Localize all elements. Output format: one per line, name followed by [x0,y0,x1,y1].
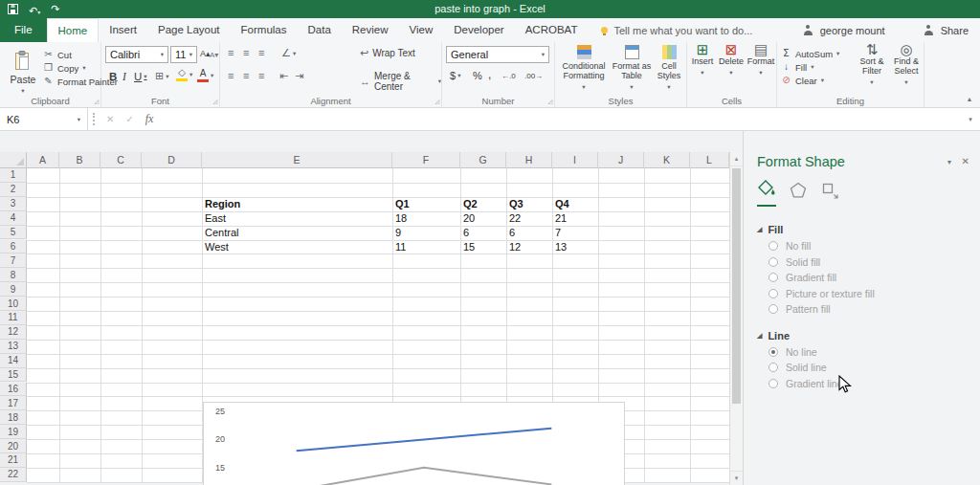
format-cells-button[interactable]: ▤ Format ▾ [746,45,775,77]
number-format-combo[interactable]: General▾ [446,46,549,63]
cell-G3[interactable]: Q2 [463,197,505,211]
cell-E5[interactable]: Central [205,226,391,240]
orientation-button[interactable]: ∠▾ [281,48,296,58]
paste-button[interactable]: Paste ▾ [3,45,43,99]
borders-button[interactable]: ⊞▾ [155,71,168,81]
radio-no-line[interactable] [768,347,778,357]
italic-button[interactable]: I [122,71,126,82]
row-header-20[interactable]: 20 [0,439,27,453]
tab-page-layout[interactable]: Page Layout [147,18,231,42]
row-header-19[interactable]: 19 [0,425,27,439]
row-header-17[interactable]: 17 [0,396,27,410]
cell-I3[interactable]: Q4 [555,197,597,211]
cell-I6[interactable]: 13 [555,240,597,254]
decrease-indent-button[interactable]: ⇤ [279,71,288,81]
cell-F3[interactable]: Q1 [395,197,459,211]
cell-E3[interactable]: Region [205,197,391,211]
cell-G4[interactable]: 20 [463,211,505,226]
row-header-6[interactable]: 6 [0,240,27,254]
delete-cells-button[interactable]: ⊠ Delete ▾ [718,45,745,77]
cell-F5[interactable]: 9 [395,226,459,240]
row-header-4[interactable]: 4 [0,211,27,226]
column-header-I[interactable]: I [552,152,598,168]
align-middle-button[interactable]: ≡ [243,48,249,58]
close-icon[interactable]: ✕ [962,156,969,166]
select-all-corner[interactable] [0,152,27,168]
enter-icon[interactable]: ✓ [125,114,133,124]
option-solid-fill[interactable]: Solid fill [757,254,970,271]
row-header-21[interactable]: 21 [0,453,27,468]
cell-G6[interactable]: 15 [463,240,505,254]
merge-center-button[interactable]: ↔Merge & Center▾ [360,71,441,92]
percent-style-button[interactable]: % [473,70,482,81]
cell-H5[interactable]: 6 [509,226,551,240]
chart-series-east[interactable] [297,429,552,452]
cell-H3[interactable]: Q3 [509,197,551,211]
column-header-K[interactable]: K [644,152,690,168]
increase-indent-button[interactable]: ⇥ [295,71,303,81]
sort-filter-button[interactable]: ⇅ Sort & Filter ▾ [854,45,890,87]
option-solid-line[interactable]: Solid line [757,360,970,376]
share-button[interactable]: Share [941,25,969,36]
tab-insert[interactable]: Insert [99,18,147,42]
cell-I4[interactable]: 21 [555,211,597,226]
cell-G5[interactable]: 6 [463,226,505,240]
option-gradient-fill[interactable]: Gradient fill [757,270,970,286]
align-center-button[interactable]: ≡ [243,71,249,81]
underline-button[interactable]: U▾ [134,71,147,82]
shrink-font-button[interactable]: A▾ [210,51,218,59]
row-header-14[interactable]: 14 [0,354,27,368]
radio-gradient-line[interactable] [768,379,778,388]
size-properties-tab[interactable] [820,181,839,207]
scroll-down-arrow[interactable]: ▾ [730,471,743,485]
cell-I5[interactable]: 7 [555,226,597,240]
row-header-16[interactable]: 16 [0,383,27,397]
increase-decimal-button[interactable]: ←.0 [501,72,516,80]
column-header-L[interactable]: L [690,152,729,168]
fill-line-tab[interactable] [757,179,776,207]
option-pattern-fill[interactable]: Pattern fill [757,301,970,318]
name-box-splitter[interactable] [90,113,95,125]
cell-H6[interactable]: 12 [509,240,551,254]
chart-series-west[interactable] [297,468,552,485]
grow-font-button[interactable]: A▴ [200,49,211,58]
format-as-table-button[interactable]: Format as Table ▾ [611,45,653,92]
option-gradient-line[interactable]: Gradient line [757,376,970,392]
section-header-fill[interactable]: ◢Fill [757,221,970,238]
cell-E4[interactable]: East [205,211,391,226]
vertical-scrollbar[interactable]: ▴ ▾ [729,152,743,485]
align-bottom-button[interactable]: ≡ [258,48,264,58]
cancel-icon[interactable]: ✕ [106,114,114,124]
section-header-line[interactable]: ◢Line [757,327,970,344]
row-header-10[interactable]: 10 [0,297,27,311]
row-header-3[interactable]: 3 [0,197,27,211]
tab-developer[interactable]: Developer [443,18,514,42]
pane-options-icon[interactable]: ▾ [947,158,951,166]
tab-file[interactable]: File [0,18,47,42]
effects-tab[interactable] [789,181,808,207]
column-header-F[interactable]: F [392,152,460,168]
tell-me-box[interactable]: Tell me what you want to do... [601,18,752,42]
radio-pattern-fill[interactable] [768,304,778,314]
embedded-chart[interactable]: 0510152025Q1Q2Q3 EastCentralWest [203,402,625,485]
cell-H4[interactable]: 22 [509,211,551,226]
option-picture-or-texture-fill[interactable]: Picture or texture fill [757,286,970,302]
insert-cells-button[interactable]: ⊞ Insert ▾ [689,45,716,77]
find-select-button[interactable]: ◎ Find & Select ▾ [890,45,923,87]
radio-solid-fill[interactable] [768,257,778,267]
row-header-5[interactable]: 5 [0,226,27,240]
scrollbar-thumb[interactable] [732,168,741,404]
autosum-button[interactable]: ΣAutoSum▾ [781,47,839,60]
row-header-18[interactable]: 18 [0,410,27,425]
align-right-button[interactable]: ≡ [258,71,264,81]
column-header-B[interactable]: B [59,152,100,168]
row-header-2[interactable]: 2 [0,183,27,197]
tab-acrobat[interactable]: ACROBAT [515,18,589,42]
font-family-combo[interactable]: Calibri▾ [105,46,168,63]
font-size-combo[interactable]: 11▾ [170,46,197,63]
cell-E6[interactable]: West [205,240,391,254]
option-no-line[interactable]: No line [757,344,970,361]
wrap-text-button[interactable]: ↩Wrap Text [360,48,415,58]
radio-picture-or-texture-fill[interactable] [768,289,778,298]
scroll-up-arrow[interactable]: ▴ [730,152,743,166]
